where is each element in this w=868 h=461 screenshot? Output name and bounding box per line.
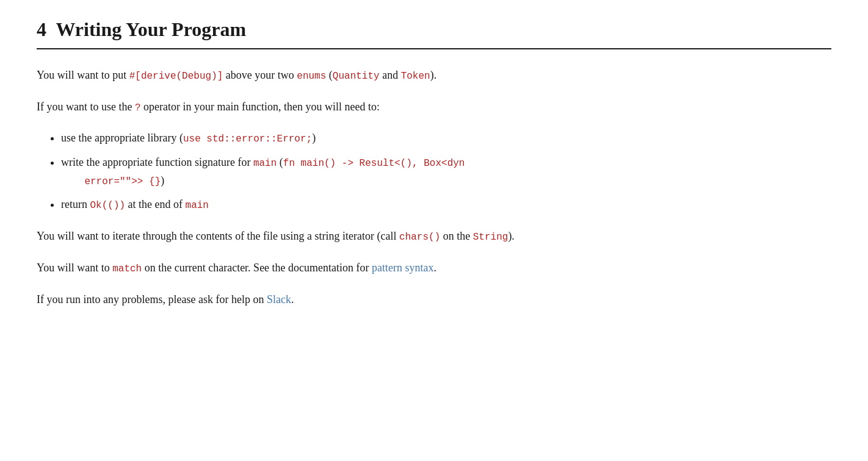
p2-text-end: operator in your main function, then you… <box>141 101 380 113</box>
paragraph-4: You will want to match on the current ch… <box>37 259 830 277</box>
bullet3-text-before: return <box>61 198 90 210</box>
bullet-item-2: write the appropriate function signature… <box>61 154 830 190</box>
slack-link[interactable]: Slack <box>267 293 291 306</box>
bullet1-text-before: use the appropriate library ( <box>61 132 183 144</box>
bullet2-text-middle: ( <box>277 156 283 168</box>
bullet2-code-main: main <box>253 158 277 169</box>
paragraph-2: If you want to use the ? operator in you… <box>37 98 830 116</box>
p1-code-token: Token <box>401 71 430 82</box>
bullet3-code-ok: Ok(()) <box>90 200 125 211</box>
p1-code-enums: enums <box>297 71 326 82</box>
paragraph-5: If you run into any problems, please ask… <box>37 291 830 309</box>
p1-code-derive: #[derive(Debug)] <box>129 71 223 82</box>
p4-text-middle: on the current character. See the docume… <box>142 262 372 274</box>
p3-text-before: You will want to iterate through the con… <box>37 230 399 242</box>
p5-text-end: . <box>291 293 294 306</box>
p1-text-middle1: above your two <box>223 69 297 81</box>
p1-text-middle3: and <box>380 69 401 81</box>
paragraph-1: You will want to put #[derive(Debug)] ab… <box>37 66 830 85</box>
bullet2-text-end: ) <box>161 174 164 187</box>
bullet-item-1: use the appropriate library (use std::er… <box>61 129 830 148</box>
p4-text-end: . <box>434 262 437 274</box>
bullet1-text-end: ) <box>312 132 316 144</box>
bullet3-text-middle: at the end of <box>125 198 185 210</box>
p1-code-quantity: Quantity <box>333 71 380 82</box>
section-title-text: Writing Your Program <box>56 18 246 40</box>
p3-code-chars: chars() <box>399 232 440 243</box>
p2-text-before: If you want to use the <box>37 101 135 113</box>
p3-code-string: String <box>473 232 508 243</box>
p3-text-end: ). <box>508 230 515 242</box>
bullet2-text-before: write the appropriate function signature… <box>61 156 253 168</box>
bullet3-code-main: main <box>186 200 209 211</box>
bullet-item-3: return Ok(()) at the end of main <box>61 196 830 214</box>
pattern-syntax-link[interactable]: pattern syntax <box>372 262 433 274</box>
p5-text-before: If you run into any problems, please ask… <box>37 293 267 306</box>
p2-code-question: ? <box>135 102 141 113</box>
p3-text-middle: on the <box>440 230 473 242</box>
p1-text-end: ). <box>430 69 437 81</box>
p1-text-middle2: ( <box>326 69 333 81</box>
p1-text-before: You will want to put <box>37 69 129 81</box>
p4-text-before: You will want to <box>37 262 112 274</box>
section-title: 4 Writing Your Program <box>37 18 831 41</box>
section-header: 4 Writing Your Program <box>37 18 831 49</box>
bullet-list: use the appropriate library (use std::er… <box>61 129 830 214</box>
content-section: You will want to put #[derive(Debug)] ab… <box>37 66 830 309</box>
bullet1-code: use std::error::Error; <box>183 134 312 145</box>
paragraph-3: You will want to iterate through the con… <box>37 227 830 246</box>
section-number: 4 <box>37 18 46 40</box>
p4-code-match: match <box>112 263 142 274</box>
